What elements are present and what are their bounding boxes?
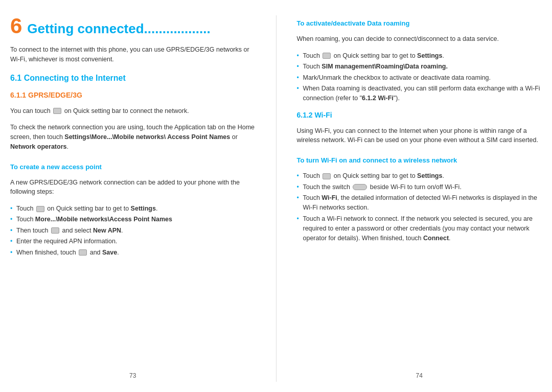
- dr-bullet-3: Mark/Unmark the checkbox to activate or …: [297, 73, 542, 83]
- add-icon: [51, 227, 59, 234]
- section-6-1-2-title: 6.1.2 Wi-Fi: [297, 111, 542, 119]
- chapter-header: 6 Getting connected..................: [10, 15, 256, 37]
- section-6-1-1-title: 6.1.1 GPRS/EDGE/3G: [10, 91, 256, 99]
- data-roaming-intro: When roaming, you can decide to connect/…: [297, 34, 542, 44]
- gprs-intro: You can touch on Quick setting bar to co…: [10, 106, 256, 116]
- page-container: 6 Getting connected.................. To…: [0, 0, 552, 392]
- bullet-2: Touch More...\Mobile networks\Access Poi…: [10, 215, 256, 224]
- left-column: 6 Getting connected.................. To…: [10, 15, 261, 382]
- wifi-bullet-3: Touch Wi-Fi, the detailed information of…: [297, 193, 542, 213]
- data-roaming-heading: To activate/deactivate Data roaming: [297, 19, 542, 27]
- data-roaming-bullets: Touch on Quick setting bar to get to Set…: [297, 51, 542, 105]
- settings-icon-1: [36, 206, 44, 212]
- wifi-turn-on-heading: To turn Wi-Fi on and connect to a wirele…: [297, 156, 542, 164]
- bullet-5: When finished, touch and Save.: [10, 248, 256, 258]
- create-ap-bullets: Touch on Quick setting bar to get to Set…: [10, 204, 256, 259]
- wifi-bullet-2: Touch the switch beside Wi-Fi to turn on…: [297, 182, 542, 192]
- gprs-check: To check the network connection you are …: [10, 123, 256, 151]
- create-ap-heading: To create a new access point: [10, 163, 256, 171]
- network-icon: [53, 108, 61, 114]
- more-icon: [79, 249, 87, 256]
- dr-bullet-4: When Data roaming is deactivated, you ca…: [297, 84, 542, 104]
- right-page-number: 74: [416, 372, 423, 379]
- intro-text: To connect to the internet with this pho…: [10, 45, 256, 64]
- column-divider: [276, 15, 277, 382]
- wifi-intro: Using Wi-Fi, you can connect to the Inte…: [297, 126, 542, 146]
- right-column: To activate/deactivate Data roaming When…: [292, 15, 542, 382]
- wifi-bullets: Touch on Quick setting bar to get to Set…: [297, 171, 542, 245]
- settings-icon-2: [323, 53, 331, 59]
- wifi-bullet-4: Touch a Wi-Fi network to connect. If the…: [297, 214, 542, 244]
- left-page-number: 73: [129, 372, 136, 379]
- wifi-bullet-1: Touch on Quick setting bar to get to Set…: [297, 171, 542, 181]
- wifi-switch-icon: [353, 184, 367, 190]
- chapter-title: Getting connected..................: [27, 21, 210, 37]
- bullet-3: Then touch and select New APN.: [10, 226, 256, 236]
- chapter-number: 6: [10, 15, 22, 37]
- dr-bullet-1: Touch on Quick setting bar to get to Set…: [297, 51, 542, 61]
- create-ap-intro: A new GPRS/EDGE/3G network connection ca…: [10, 178, 256, 197]
- bullet-1: Touch on Quick setting bar to get to Set…: [10, 204, 256, 214]
- bullet-4: Enter the required APN information.: [10, 237, 256, 246]
- section-6-1-title: 6.1 Connecting to the Internet: [10, 74, 256, 83]
- dr-bullet-2: Touch SIM management\Roaming\Data roamin…: [297, 62, 542, 72]
- settings-icon-3: [323, 173, 331, 179]
